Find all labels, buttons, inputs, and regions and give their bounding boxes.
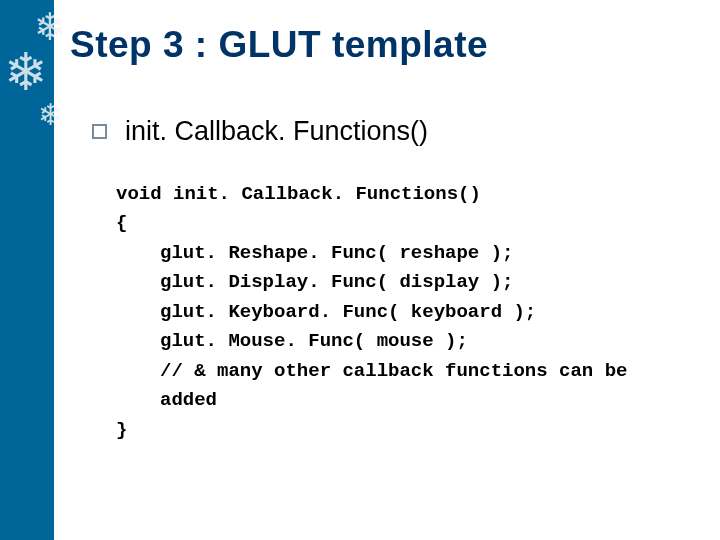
snowflake-icon: ❄ bbox=[4, 46, 48, 98]
bullet-icon bbox=[92, 124, 107, 139]
snowflake-icon: ❄ bbox=[34, 8, 66, 46]
code-line: glut. Mouse. Func( mouse ); bbox=[160, 327, 680, 356]
code-line: { bbox=[116, 209, 680, 238]
code-line: // & many other callback functions can b… bbox=[160, 357, 680, 416]
slide: ❄ ❄ ❄ Step 3 : GLUT template init. Callb… bbox=[0, 0, 720, 540]
snowflake-icon: ❄ bbox=[38, 100, 63, 130]
code-line: } bbox=[116, 416, 680, 445]
code-block: void init. Callback. Functions() { glut.… bbox=[116, 180, 680, 445]
code-line: glut. Display. Func( display ); bbox=[160, 268, 680, 297]
code-line: glut. Keyboard. Func( keyboard ); bbox=[160, 298, 680, 327]
code-line: glut. Reshape. Func( reshape ); bbox=[160, 239, 680, 268]
bullet-item: init. Callback. Functions() bbox=[92, 116, 428, 147]
bullet-text: init. Callback. Functions() bbox=[125, 116, 428, 147]
slide-title: Step 3 : GLUT template bbox=[70, 24, 488, 66]
code-line: void init. Callback. Functions() bbox=[116, 180, 680, 209]
